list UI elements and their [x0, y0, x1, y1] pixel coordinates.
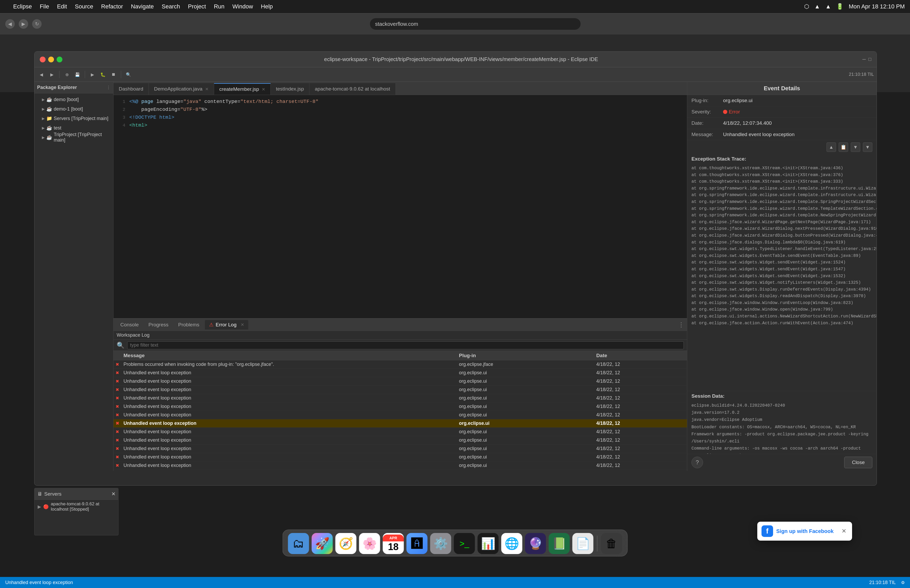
help-button[interactable]: ? [692, 457, 703, 468]
forward-button[interactable]: ▶ [19, 19, 28, 29]
tab-close-icon[interactable]: ✕ [241, 322, 244, 327]
tab-tomcat[interactable]: apache-tomcat-9.0.62 at localhost [309, 83, 396, 95]
log-row[interactable]: ✖Unhandled event loop exceptionorg.eclip… [113, 411, 687, 419]
menu-source[interactable]: Source [75, 3, 93, 10]
dock-item-preview[interactable]: 📄 [572, 533, 593, 554]
log-message: Unhandled event loop exception [121, 395, 456, 401]
audio-icon: ▲ [815, 3, 820, 10]
tab-errorlog[interactable]: ⚠ Error Log ✕ [205, 320, 248, 330]
tab-createmember[interactable]: createMember.jsp ✕ [214, 83, 271, 95]
tab-progress[interactable]: Progress [144, 320, 173, 330]
tab-close-icon[interactable]: ✕ [205, 87, 209, 92]
toolbar-save[interactable]: 💾 [73, 70, 82, 79]
filter-input[interactable] [127, 341, 684, 349]
menu-window[interactable]: Window [233, 3, 253, 10]
dock-item-eclipse[interactable]: 🔮 [525, 533, 546, 554]
menu-project[interactable]: Project [188, 3, 206, 10]
menu-search[interactable]: Search [162, 3, 180, 10]
toolbar-forward[interactable]: ▶ [48, 70, 56, 79]
dock-item-photos[interactable]: 🌸 [359, 533, 380, 554]
dock-item-numbers[interactable]: 📗 [549, 533, 570, 554]
toolbar-search[interactable]: 🔍 [124, 70, 133, 79]
dock-item-chrome[interactable]: 🌐 [501, 533, 522, 554]
menu-help[interactable]: Help [261, 3, 273, 10]
tab-dashboard[interactable]: Dashboard [113, 83, 149, 95]
tree-item-tripproject[interactable]: ▶ ☕ TripProject [TripProject main] [34, 132, 113, 142]
menu-file[interactable]: File [40, 3, 49, 10]
servers-close-icon[interactable]: ✕ [112, 491, 116, 497]
dock-item-activitymonitor[interactable]: 📊 [478, 533, 499, 554]
toolbar-debug[interactable]: 🐛 [99, 70, 107, 79]
refresh-button[interactable]: ↻ [32, 19, 42, 29]
tab-testindex[interactable]: testIndex.jsp [271, 83, 310, 95]
menu-navigate[interactable]: Navigate [131, 3, 154, 10]
copy-up-button[interactable]: ▲ [826, 142, 836, 152]
log-row[interactable]: ✖Unhandled event loop exceptionorg.eclip… [113, 419, 687, 428]
server-label: apache-tomcat-9.0.62 at localhost [Stopp… [51, 501, 115, 512]
log-row[interactable]: ✖Unhandled event loop exceptionorg.eclip… [113, 461, 687, 470]
stack-trace-line: at org.eclipse.jface.window.Window.open(… [692, 306, 872, 313]
fb-signup-text[interactable]: Sign up with Facebook [776, 528, 834, 534]
log-row[interactable]: ✖Problems occurred when invoking code fr… [113, 360, 687, 369]
tab-problems[interactable]: Problems [174, 320, 204, 330]
log-plugin: org.eclipse.ui [456, 429, 594, 435]
minimize-icon[interactable]: ─ [862, 57, 866, 62]
copy-down-button[interactable]: ▼ [851, 142, 860, 152]
sidebar-toolbar[interactable]: ⋮ [107, 85, 111, 90]
log-row[interactable]: ✖Unhandled event loop exceptionorg.eclip… [113, 428, 687, 436]
close-button[interactable]: Close [844, 457, 872, 468]
copy-button[interactable]: 📋 [839, 142, 848, 152]
tab-label: Console [120, 322, 139, 328]
log-row[interactable]: ✖Unhandled event loop exceptionorg.eclip… [113, 386, 687, 394]
dock-item-launchpad[interactable]: 🚀 [312, 533, 333, 554]
log-row[interactable]: ✖Unhandled event loop exceptionorg.eclip… [113, 394, 687, 402]
stack-trace-line: at org.springframework.ide.eclipse.wizar… [692, 205, 872, 212]
toolbar-run[interactable]: ▶ [88, 70, 97, 79]
log-plugin: org.eclipse.ui [456, 387, 594, 393]
dock-item-calendar[interactable]: APR 18 [383, 533, 404, 554]
menu-edit[interactable]: Edit [57, 3, 67, 10]
toolbar-stop[interactable]: ⏹ [109, 70, 118, 79]
log-row[interactable]: ✖Unhandled event loop exceptionorg.eclip… [113, 377, 687, 386]
log-row[interactable]: ✖Unhandled event loop exceptionorg.eclip… [113, 369, 687, 377]
dock-item-appstore[interactable]: 🅰 [407, 533, 428, 554]
dock-item-systemprefs[interactable]: ⚙️ [430, 533, 451, 554]
dock-item-terminal[interactable]: >_ [454, 533, 475, 554]
toolbar-sep-1 [59, 71, 60, 78]
close-window-button[interactable] [40, 57, 45, 62]
dock-item-trash[interactable]: 🗑 [601, 533, 622, 554]
tab-close-icon[interactable]: ✕ [262, 87, 265, 92]
code-editor[interactable]: 1 <%@ page language="java" contentType="… [113, 95, 687, 318]
tab-console[interactable]: Console [116, 320, 143, 330]
log-row[interactable]: ✖Unhandled event loop exceptionorg.eclip… [113, 453, 687, 461]
fullscreen-window-button[interactable] [57, 57, 62, 62]
tab-demoapplication[interactable]: DemoApplication.java ✕ [149, 83, 214, 95]
dock-separator [597, 536, 598, 551]
menu-refactor[interactable]: Refactor [101, 3, 123, 10]
menu-run[interactable]: Run [214, 3, 224, 10]
menubar: Eclipse File Edit Source Refactor Naviga… [0, 0, 910, 13]
toolbar-back[interactable]: ◀ [37, 70, 45, 79]
dock-item-finder[interactable]: 🗂 [288, 533, 309, 554]
fb-close-button[interactable]: ✕ [840, 527, 848, 535]
log-row[interactable]: ✖Unhandled event loop exceptionorg.eclip… [113, 470, 687, 471]
filter-button[interactable]: ▼ [863, 142, 872, 152]
dock-item-safari[interactable]: 🧭 [335, 533, 357, 554]
back-button[interactable]: ◀ [5, 19, 15, 29]
minimize-window-button[interactable] [48, 57, 54, 62]
toolbar-new[interactable]: ⊕ [63, 70, 71, 79]
app-name[interactable]: Eclipse [13, 3, 32, 10]
log-row[interactable]: ✖Unhandled event loop exceptionorg.eclip… [113, 402, 687, 411]
log-row[interactable]: ✖Unhandled event loop exceptionorg.eclip… [113, 444, 687, 453]
url-bar[interactable]: stackoverflow.com [370, 18, 580, 30]
bottom-panel-menu[interactable]: ⋮ [678, 321, 684, 328]
tree-item-demo[interactable]: ▶ ☕ demo [boot] [34, 95, 113, 104]
maximize-icon[interactable]: □ [868, 57, 871, 62]
tab-label: Problems [178, 322, 199, 328]
tree-item-test[interactable]: ▶ ☕ test [34, 123, 113, 132]
tree-item-demo1[interactable]: ▶ ☕ demo-1 [boot] [34, 104, 113, 114]
tree-item-servers[interactable]: ▶ 📁 Servers [TripProject main] [34, 114, 113, 123]
facebook-signup-popup[interactable]: f Sign up with Facebook ✕ [757, 522, 852, 541]
log-row[interactable]: ✖Unhandled event loop exceptionorg.eclip… [113, 436, 687, 444]
server-item[interactable]: ▶ 🔴 apache-tomcat-9.0.62 at localhost [S… [37, 502, 116, 511]
